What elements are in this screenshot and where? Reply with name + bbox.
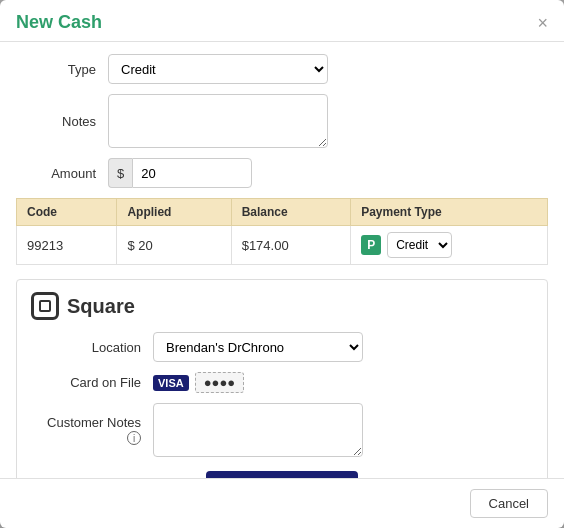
modal-body: Type Credit Debit Check Cash Notes Amoun… <box>0 42 564 478</box>
close-button[interactable]: × <box>537 14 548 32</box>
p-badge: P <box>361 235 381 255</box>
square-logo-icon <box>31 292 59 320</box>
customer-notes-row: Customer Notes i <box>31 403 533 457</box>
cancel-button[interactable]: Cancel <box>470 489 548 518</box>
modal-footer: Cancel <box>0 478 564 528</box>
location-select[interactable]: Brendan's DrChrono <box>153 332 363 362</box>
card-masked: ●●●● <box>195 372 244 393</box>
col-code: Code <box>17 199 117 226</box>
amount-input-group: $ <box>108 158 252 188</box>
col-applied: Applied <box>117 199 231 226</box>
payment-type-select[interactable]: Credit Debit Cash Check <box>387 232 452 258</box>
type-row: Type Credit Debit Check Cash <box>16 54 548 84</box>
new-cash-modal: New Cash × Type Credit Debit Check Cash … <box>0 0 564 528</box>
type-label: Type <box>16 62 96 77</box>
cell-balance: $174.00 <box>231 226 351 265</box>
modal-title: New Cash <box>16 12 102 33</box>
cell-payment-type: P Credit Debit Cash Check <box>351 226 548 265</box>
type-select[interactable]: Credit Debit Check Cash <box>108 54 328 84</box>
notes-textarea[interactable] <box>108 94 328 148</box>
col-payment-type: Payment Type <box>351 199 548 226</box>
amount-input[interactable] <box>132 158 252 188</box>
amount-label: Amount <box>16 166 96 181</box>
square-section: Square Location Brendan's DrChrono Card … <box>16 279 548 478</box>
cell-applied: $ 20 <box>117 226 231 265</box>
card-on-file-label: Card on File <box>31 375 141 390</box>
location-row: Location Brendan's DrChrono <box>31 332 533 362</box>
payment-type-cell: P Credit Debit Cash Check <box>361 232 537 258</box>
square-logo-inner <box>39 300 51 312</box>
table-header-row: Code Applied Balance Payment Type <box>17 199 548 226</box>
visa-badge: VISA <box>153 375 189 391</box>
square-name: Square <box>67 295 135 318</box>
info-icon: i <box>127 431 141 445</box>
charges-table: Code Applied Balance Payment Type 99213 … <box>16 198 548 265</box>
location-label: Location <box>31 340 141 355</box>
amount-prefix: $ <box>108 158 132 188</box>
modal-header: New Cash × <box>0 0 564 42</box>
cell-code: 99213 <box>17 226 117 265</box>
customer-notes-label: Customer Notes i <box>31 415 141 446</box>
card-on-file-group: VISA ●●●● <box>153 372 244 393</box>
card-on-file-row: Card on File VISA ●●●● <box>31 372 533 393</box>
notes-row: Notes <box>16 94 548 148</box>
amount-row: Amount $ <box>16 158 548 188</box>
col-balance: Balance <box>231 199 351 226</box>
notes-label: Notes <box>16 114 96 129</box>
customer-notes-textarea[interactable] <box>153 403 363 457</box>
pay-with-card-button[interactable]: Pay with card <box>206 471 359 478</box>
square-header: Square <box>31 292 533 320</box>
table-row: 99213 $ 20 $174.00 P Credit Debit Cash C… <box>17 226 548 265</box>
